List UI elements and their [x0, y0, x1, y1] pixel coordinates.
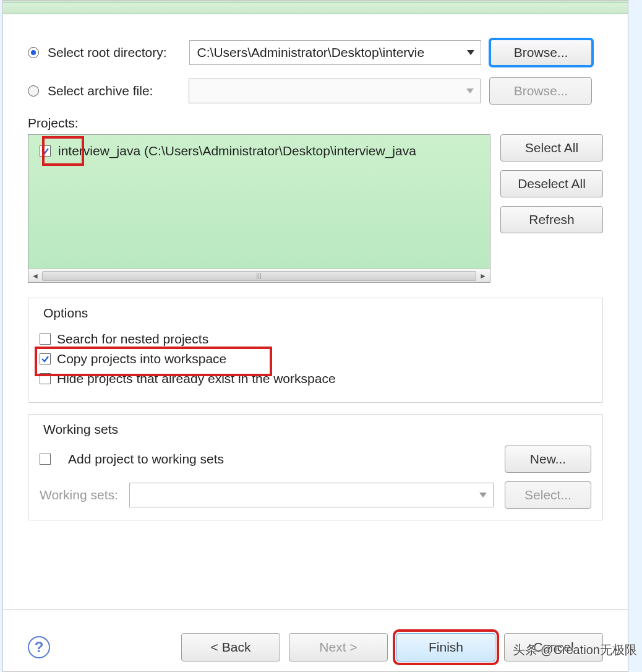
projects-area: interview_java (C:\Users\Administrator\D… — [28, 134, 603, 283]
working-sets-add-row: Add project to working sets New... — [40, 446, 591, 473]
browse-root-button[interactable]: Browse... — [490, 39, 593, 66]
dropdown-arrow-icon — [479, 493, 487, 498]
working-sets-group: Working sets Add project to working sets… — [28, 414, 603, 520]
add-to-working-sets-label: Add project to working sets — [68, 452, 224, 467]
new-working-set-button[interactable]: New... — [505, 446, 591, 473]
root-directory-radio[interactable] — [28, 47, 39, 58]
help-icon[interactable]: ? — [28, 636, 50, 658]
search-nested-label: Search for nested projects — [57, 332, 208, 347]
next-button: Next > — [289, 633, 388, 661]
deselect-all-button[interactable]: Deselect All — [500, 170, 603, 197]
header-banner — [3, 3, 628, 14]
archive-file-combo[interactable] — [189, 79, 481, 103]
option-hide-existing[interactable]: Hide projects that already exist in the … — [40, 371, 591, 386]
scroll-left-icon[interactable]: ◄ — [28, 269, 42, 283]
dropdown-arrow-icon — [466, 88, 474, 93]
archive-file-input — [195, 83, 461, 99]
working-sets-title: Working sets — [40, 422, 122, 437]
finish-button[interactable]: Finish — [396, 633, 495, 661]
projects-list[interactable]: interview_java (C:\Users\Administrator\D… — [28, 134, 490, 283]
scroll-right-icon[interactable]: ► — [476, 269, 490, 283]
select-working-set-button: Select... — [505, 481, 591, 509]
options-title: Options — [40, 306, 92, 321]
footer-separator — [3, 610, 628, 610]
hide-existing-checkbox[interactable] — [40, 373, 51, 384]
add-to-working-sets-checkbox[interactable] — [40, 454, 51, 465]
root-directory-row: Select root directory: Browse... — [28, 39, 603, 66]
scrollbar-thumb[interactable] — [42, 271, 476, 281]
scrollbar-track[interactable] — [42, 271, 476, 281]
watermark-text: 头条 @Creation无极限 — [513, 642, 637, 658]
working-sets-label: Working sets: — [40, 488, 118, 502]
copy-workspace-checkbox[interactable] — [40, 353, 51, 364]
working-sets-select-row: Working sets: Select... — [40, 481, 591, 509]
options-group: Options Search for nested projects Copy … — [28, 298, 603, 403]
project-item-label: interview_java (C:\Users\Administrator\D… — [58, 144, 416, 158]
import-dialog: Select root directory: Browse... Select … — [2, 0, 628, 672]
refresh-button[interactable]: Refresh — [500, 206, 603, 233]
root-directory-label: Select root directory: — [48, 45, 167, 60]
select-all-button[interactable]: Select All — [500, 134, 603, 162]
root-directory-input[interactable] — [196, 45, 462, 61]
archive-file-radio[interactable] — [28, 85, 39, 97]
projects-label: Projects: — [28, 116, 603, 131]
copy-workspace-label: Copy projects into workspace — [57, 351, 226, 366]
search-nested-checkbox[interactable] — [40, 334, 51, 345]
horizontal-scrollbar[interactable]: ◄ ► — [28, 269, 490, 282]
option-search-nested[interactable]: Search for nested projects — [40, 332, 591, 347]
working-sets-combo — [129, 483, 494, 507]
project-checkbox[interactable] — [40, 145, 51, 157]
hide-existing-label: Hide projects that already exist in the … — [57, 371, 336, 386]
project-item[interactable]: interview_java (C:\Users\Administrator\D… — [28, 135, 490, 167]
archive-file-row: Select archive file: Browse... — [28, 77, 603, 105]
archive-file-label: Select archive file: — [48, 84, 153, 98]
root-directory-combo[interactable] — [189, 40, 481, 65]
option-copy-into-workspace[interactable]: Copy projects into workspace — [40, 351, 591, 366]
dropdown-arrow-icon[interactable] — [467, 50, 474, 55]
back-button[interactable]: < Back — [181, 633, 280, 661]
browse-archive-button: Browse... — [489, 77, 592, 105]
